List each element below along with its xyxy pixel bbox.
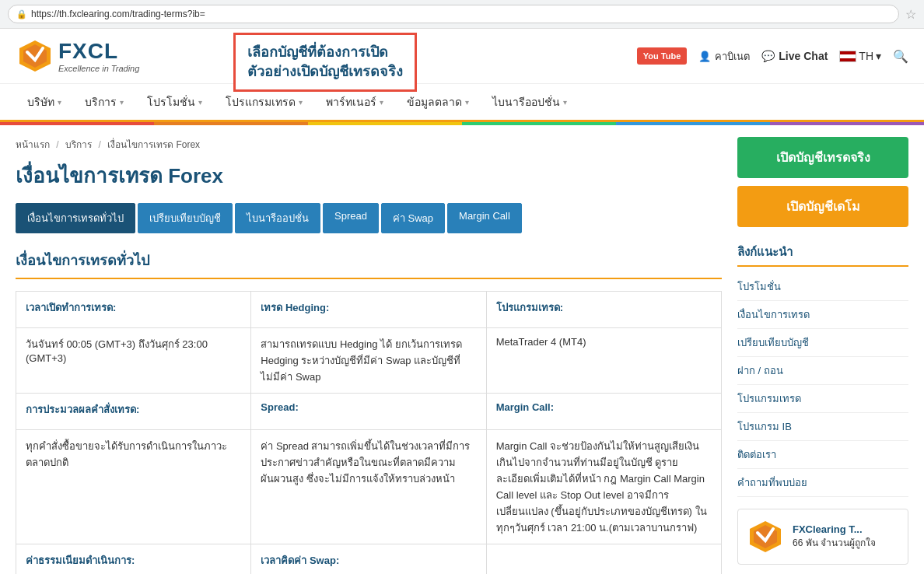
search-icon[interactable]: 🔍 (893, 49, 908, 64)
sidebar: เปิดบัญชีเทรดจริง เปิดบัญชีเดโม ลิงก์แนะ… (737, 137, 908, 574)
color-bar (0, 122, 924, 125)
cell-hedging: สามารถเทรดแบบ Hedging ได้ ยกเว้นการเทรด … (261, 336, 476, 385)
nav-label-company: บริษัท (27, 93, 54, 110)
sidebar-links-list: โปรโมชั่น เงื่อนไขการเทรด เปรียบเทียบบัญ… (737, 273, 908, 497)
sidebar-link-faq[interactable]: คำถามที่พบบ่อย (737, 469, 908, 497)
nav-arrow-partners: ▾ (380, 98, 383, 107)
trading-conditions-table: เวลาเปิดทำการเทรด: เทรด Hedging: โปรแกรม… (16, 291, 722, 574)
cell-margin-call: Margin Call จะช่วยป้องกันไม่ให้ท่านสูญเส… (496, 438, 712, 536)
ad-subtitle: 66 พัน จำนวนผู้ถูกใจ (793, 537, 876, 548)
breadcrumb-sep1: / (56, 139, 58, 150)
section-heading: เงื่อนไขการเทรดทั่วไป (16, 249, 722, 279)
nav-label-binary: ไบนารีออปชั่น (492, 93, 560, 110)
nav-arrow-promo: ▾ (198, 98, 202, 107)
nav-arrow-company: ▾ (58, 98, 61, 107)
col-header-platform: โปรแกรมเทรด: (496, 299, 712, 320)
sidebar-link-platform[interactable]: โปรแกรมเทรด (737, 385, 908, 413)
nav-item-services[interactable]: บริการ ▾ (73, 84, 135, 120)
tabs-bar: เงื่อนไขการเทรดทั่วไป เปรียบเทียบบัญชี ไ… (16, 203, 722, 233)
ad-text: FXClearing T... 66 พัน จำนวนผู้ถูกใจ (793, 523, 876, 550)
tab-spread[interactable]: Spread (323, 203, 379, 233)
live-chat-label: Live Chat (779, 50, 828, 62)
breadcrumb-service[interactable]: บริการ (65, 139, 92, 150)
annotation-line1: เลือกบัญชีที่ต้องการเปิด (247, 43, 403, 62)
nav-arrow-services: ▾ (120, 98, 124, 107)
nav-arrow-programs: ▾ (299, 98, 303, 107)
logo-area[interactable]: FXCL Excellence in Trading (16, 37, 139, 75)
main-navigation: บริษัท ▾ บริการ ▾ โปรโมชั่น ▾ โปรแกรมเทร… (0, 84, 924, 122)
tab-general[interactable]: เงื่อนไขการเทรดทั่วไป (16, 203, 135, 233)
nav-arrow-binary: ▾ (563, 98, 567, 107)
breadcrumb: หน้าแรก / บริการ / เงื่อนไขการเทรด Forex (16, 137, 722, 152)
nav-label-programs: โปรแกรมเทรด (226, 93, 296, 110)
live-chat-button[interactable]: Live Chat (761, 50, 828, 62)
col-header-hedging: เทรด Hedging: (261, 299, 476, 320)
chevron-down-icon: ▾ (876, 50, 881, 62)
col-header-processing: การประมวลผลคำสั่งเทรด: (26, 401, 241, 422)
nav-item-binary[interactable]: ไบนารีออปชั่น ▾ (481, 84, 579, 120)
account-link[interactable]: คาบิเนต (698, 48, 750, 65)
sidebar-links-heading: ลิงก์แนะนำ (737, 243, 908, 267)
cell-open-time: วันจันทร์ 00:05 (GMT+3) ถึงวันศุกร์ 23:0… (26, 336, 241, 364)
header-right: You Tube คาบิเนต Live Chat TH ▾ 🔍 (637, 47, 908, 65)
nav-item-company[interactable]: บริษัท ▾ (16, 84, 73, 120)
nav-label-services: บริการ (85, 93, 117, 110)
col-header-margin-call: Margin Call: (496, 401, 712, 417)
cell-processing: ทุกคำสั่งซื้อขายจะได้รับการดำเนินการในภา… (26, 438, 241, 471)
sidebar-link-conditions[interactable]: เงื่อนไขการเทรด (737, 301, 908, 329)
tab-swap[interactable]: ค่า Swap (381, 203, 445, 233)
col-header-swap-time: เวลาคิดค่า Swap: (261, 552, 476, 572)
nav-label-market: ข้อมูลตลาด (407, 93, 462, 110)
lock-icon: 🔒 (16, 9, 27, 19)
fxcl-logo-icon (16, 37, 54, 75)
table-row: เวลาเปิดทำการเทรด: เทรด Hedging: โปรแกรม… (16, 292, 722, 328)
browser-bar: 🔒 https://th.fxclearing.com/trading-term… (0, 0, 924, 29)
sidebar-links: ลิงก์แนะนำ โปรโมชั่น เงื่อนไขการเทรด เปร… (737, 243, 908, 497)
nav-item-promo[interactable]: โปรโมชั่น ▾ (135, 84, 214, 120)
nav-label-promo: โปรโมชั่น (147, 93, 195, 110)
table-row: วันจันทร์ 00:05 (GMT+3) ถึงวันศุกร์ 23:0… (16, 328, 722, 394)
tab-margin-call[interactable]: Margin Call (447, 203, 522, 233)
chat-icon (761, 50, 775, 62)
table-row: ทุกคำสั่งซื้อขายจะได้รับการดำเนินการในภา… (16, 430, 722, 544)
logo-fxcl: FXCL (58, 39, 139, 64)
language-selector[interactable]: TH ▾ (839, 50, 881, 62)
breadcrumb-current: เงื่อนไขการเทรด Forex (107, 139, 200, 150)
nav-label-partners: พาร์ทเนอร์ (326, 93, 376, 110)
breadcrumb-home[interactable]: หน้าแรก (16, 139, 50, 150)
table-row: การประมวลผลคำสั่งเทรด: Spread: Margin Ca… (16, 394, 722, 430)
cell-platform: MetaTrader 4 (MT4) (496, 336, 712, 348)
logo-tagline: Excellence in Trading (58, 64, 139, 73)
youtube-button[interactable]: You Tube (637, 47, 687, 65)
sidebar-link-deposit[interactable]: ฝาก / ถอน (737, 357, 908, 385)
annotation-box: เลือกบัญชีที่ต้องการเปิด ตัวอย่างเปิดบัญ… (233, 33, 417, 92)
sidebar-link-contact[interactable]: ติดต่อเรา (737, 441, 908, 469)
sidebar-link-promo[interactable]: โปรโมชั่น (737, 273, 908, 301)
fxcl-ad-banner[interactable]: FXClearing T... 66 พัน จำนวนผู้ถูกใจ (737, 509, 908, 565)
nav-arrow-market: ▾ (465, 98, 469, 107)
content-wrapper: หน้าแรก / บริการ / เงื่อนไขการเทรด Forex… (0, 125, 924, 574)
tab-compare[interactable]: เปรียบเทียบบัญชี (138, 203, 233, 233)
open-demo-account-button[interactable]: เปิดบัญชีเดโม (737, 186, 908, 227)
tab-binary[interactable]: ไบนารีออปชั่น (235, 203, 320, 233)
cell-spread: ค่า Spread สามารถเพิ่มขึ้นได้ในช่วงเวลาท… (261, 438, 476, 487)
logo-text: FXCL Excellence in Trading (58, 39, 139, 73)
url-text: https://th.fxclearing.com/trading-terms?… (31, 9, 205, 19)
table-row: ค่าธรรมเนียมดำเนินการ: เวลาคิดค่า Swap: (16, 544, 722, 575)
lang-label: TH (859, 50, 873, 62)
open-real-account-button[interactable]: เปิดบัญชีเทรดจริง (737, 137, 908, 178)
breadcrumb-sep2: / (98, 139, 100, 150)
sidebar-link-ib[interactable]: โปรแกรม IB (737, 413, 908, 441)
annotation-line2: ตัวอย่างเปิดบัญชีเทรดจริง (247, 62, 403, 82)
url-bar[interactable]: 🔒 https://th.fxclearing.com/trading-term… (8, 5, 899, 23)
ad-title: FXClearing T... (793, 523, 863, 535)
sidebar-link-compare[interactable]: เปรียบเทียบบัญชี (737, 329, 908, 357)
bookmark-star-icon[interactable]: ☆ (905, 7, 916, 22)
site-header: เลือกบัญชีที่ต้องการเปิด ตัวอย่างเปิดบัญ… (0, 29, 924, 84)
person-icon (698, 51, 711, 62)
main-content: หน้าแรก / บริการ / เงื่อนไขการเทรด Forex… (16, 137, 722, 574)
col-header-fee: ค่าธรรมเนียมดำเนินการ: (26, 552, 241, 572)
page-title: เงื่อนไขการเทรด Forex (16, 159, 722, 191)
col-header-open-time: เวลาเปิดทำการเทรด: (26, 299, 241, 320)
col-header-spread: Spread: (261, 401, 476, 417)
